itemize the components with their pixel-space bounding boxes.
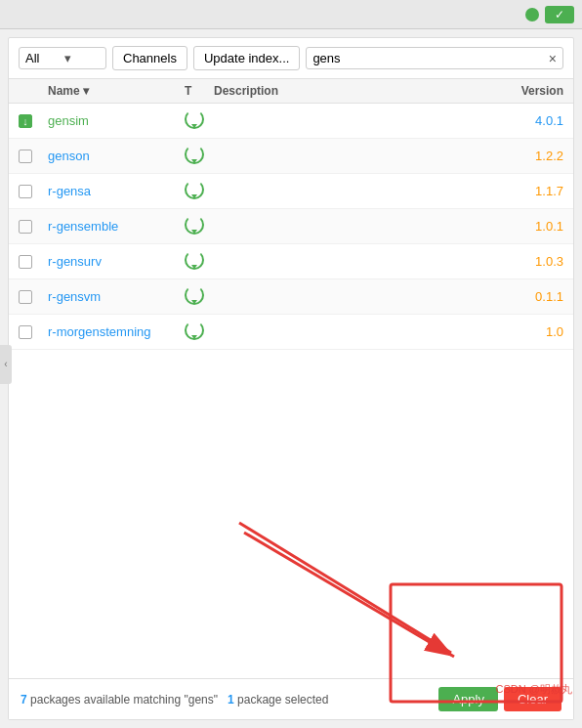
collapse-handle[interactable]: ‹ — [0, 345, 12, 384]
type-icon-3 — [185, 215, 214, 237]
version-1: 1.2.2 — [476, 149, 563, 163]
type-icon-2 — [185, 180, 214, 202]
status-dot — [525, 8, 539, 21]
table-row[interactable]: r-gensemble 1.0.1 — [9, 209, 573, 244]
search-term-display: gens — [188, 693, 214, 707]
version-3: 1.0.1 — [476, 219, 563, 234]
selected-count: 1 — [228, 693, 234, 707]
install-icon-4 — [185, 250, 204, 270]
row-checkbox-5[interactable] — [19, 290, 32, 304]
header-description: Description — [214, 84, 476, 98]
table-header: Name ▾ T Description Version — [9, 79, 573, 104]
collapse-icon: ‹ — [4, 359, 7, 369]
install-icon-6 — [185, 321, 204, 340]
row-checkbox-1[interactable] — [19, 150, 32, 163]
main-panel: All ▾ Channels Update index... × Name ▾ … — [8, 37, 574, 720]
version-4: 1.0.3 — [476, 254, 563, 269]
sort-icon: ▾ — [83, 84, 89, 98]
header-name[interactable]: Name ▾ — [48, 84, 185, 98]
status-text: 7 packages available matching "gens" 1 p… — [21, 693, 328, 707]
version-5: 0.1.1 — [476, 289, 563, 304]
type-icon-6 — [185, 321, 214, 343]
row-checkbox-4[interactable] — [19, 255, 32, 269]
table-body: gensim 4.0.1 genson 1.2.2 r-ge — [9, 104, 573, 391]
package-name-2: r-gensa — [48, 184, 185, 198]
table-row[interactable]: r-morgenstemning 1.0 — [9, 315, 573, 350]
header-version: Version — [476, 84, 563, 98]
status-text-part2: package selected — [237, 693, 328, 707]
install-icon-5 — [185, 285, 204, 305]
channels-button[interactable]: Channels — [112, 46, 187, 70]
status-text-part1: packages available matching — [30, 693, 181, 707]
package-name-4: r-gensurv — [48, 254, 185, 269]
type-icon-5 — [185, 285, 214, 308]
apply-button[interactable]: Apply — [438, 687, 498, 711]
package-name-1: genson — [48, 149, 185, 163]
version-2: 1.1.7 — [476, 184, 563, 198]
search-box: × — [306, 47, 563, 69]
chevron-down-icon: ▾ — [64, 51, 100, 65]
type-icon-1 — [185, 145, 214, 167]
table-row[interactable]: gensim 4.0.1 — [9, 104, 573, 139]
search-clear-icon[interactable]: × — [549, 52, 557, 65]
row-checkbox-3[interactable] — [19, 220, 32, 234]
version-0: 4.0.1 — [476, 113, 563, 128]
top-bar: ✓ — [0, 0, 582, 29]
package-name-0: gensim — [48, 113, 185, 128]
filter-dropdown-value: All — [25, 51, 61, 65]
header-checkbox-col — [19, 84, 48, 98]
install-icon-1 — [185, 145, 204, 164]
table-row[interactable]: r-gensvm 0.1.1 — [9, 279, 573, 315]
package-name-3: r-gensemble — [48, 219, 185, 234]
type-icon-0 — [185, 109, 214, 132]
table-row[interactable]: genson 1.2.2 — [9, 139, 573, 174]
install-icon-3 — [185, 215, 204, 235]
package-name-5: r-gensvm — [48, 289, 185, 304]
row-checkbox-6[interactable] — [19, 325, 32, 339]
update-index-button[interactable]: Update index... — [193, 46, 300, 70]
watermark: CSDN @明赦丸 — [496, 682, 572, 697]
toolbar: All ▾ Channels Update index... × — [9, 38, 573, 79]
row-checkbox-2[interactable] — [19, 185, 32, 198]
filter-dropdown[interactable]: All ▾ — [19, 47, 106, 69]
type-icon-4 — [185, 250, 214, 273]
package-name-6: r-morgenstemning — [48, 324, 185, 339]
top-action-button[interactable]: ✓ — [545, 6, 574, 23]
search-input[interactable] — [312, 51, 544, 65]
packages-count: 7 — [21, 693, 27, 707]
empty-area — [9, 391, 573, 678]
version-6: 1.0 — [476, 324, 563, 339]
install-icon-0 — [185, 109, 204, 129]
table-row[interactable]: r-gensa 1.1.7 — [9, 174, 573, 209]
header-type: T — [185, 84, 214, 98]
install-icon-2 — [185, 180, 204, 199]
row-checkbox-0[interactable] — [19, 114, 32, 128]
status-bar: 7 packages available matching "gens" 1 p… — [9, 678, 573, 719]
table-row[interactable]: r-gensurv 1.0.3 — [9, 244, 573, 279]
